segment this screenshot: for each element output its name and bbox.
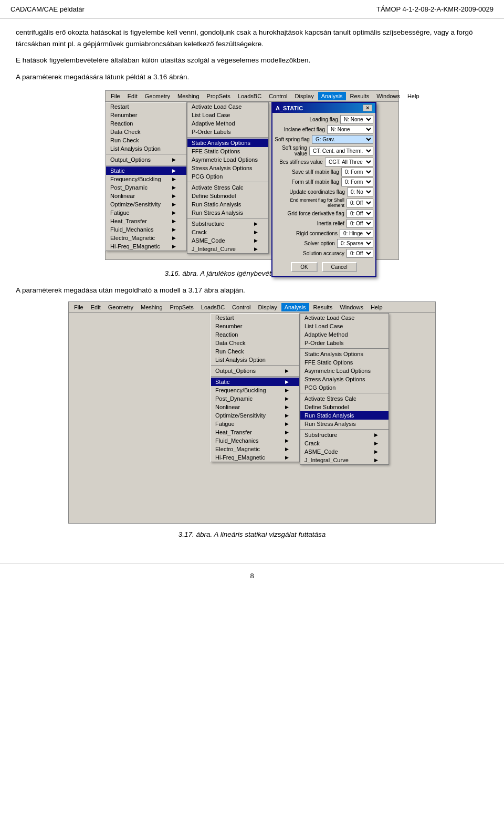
menu-pcg-option[interactable]: PCG Option	[187, 172, 268, 181]
select-bcs-stiffness[interactable]: CGT: All Three	[325, 158, 373, 166]
menu2-asymmetric-load-options[interactable]: Asymmetric Load Options	[300, 367, 388, 375]
menu2-ffe-static-options[interactable]: FFE Static Options	[300, 358, 388, 367]
menu-file[interactable]: File	[108, 92, 123, 100]
menu-adaptive-method[interactable]: Adaptive Method	[187, 119, 268, 128]
menu2-analysis[interactable]: Analysis	[281, 303, 309, 311]
menu-crack[interactable]: Crack▶	[187, 228, 268, 236]
menu2-freq-buckling[interactable]: Frequency/Buckling▶	[211, 386, 299, 394]
menu-data-check[interactable]: Data Check	[106, 128, 186, 136]
menu-asymmetric-load-options[interactable]: Asymmetric Load Options	[187, 155, 268, 164]
menu-run-static-analysis[interactable]: Run Static Analysis	[187, 200, 268, 208]
menu-help[interactable]: Help	[404, 92, 423, 100]
menu-run-stress-analysis[interactable]: Run Stress Analysis	[187, 208, 268, 217]
menu-p-order-labels[interactable]: P-Order Labels	[187, 128, 268, 136]
menu-freq-buckling[interactable]: Frequency/Buckling▶	[106, 175, 186, 183]
menu2-stress-analysis-options[interactable]: Stress Analysis Options	[300, 375, 388, 383]
menu2-meshing[interactable]: Meshing	[138, 303, 166, 311]
menu-display[interactable]: Display	[292, 92, 317, 100]
select-inertia-relief[interactable]: 0: Off	[346, 219, 373, 228]
select-save-stiff[interactable]: 0: Form	[341, 168, 373, 176]
menu-define-submodel[interactable]: Define Submodel	[187, 192, 268, 200]
menu-analysis[interactable]: Analysis	[318, 92, 346, 100]
select-soft-spring-flag[interactable]: G: Grav.T: ThermalCG: Cent. and Grav.	[312, 135, 373, 144]
menu-windows[interactable]: Windows	[373, 92, 403, 100]
select-update-coords[interactable]: 0: No	[347, 187, 373, 196]
menu2-fatigue[interactable]: Fatigue▶	[211, 420, 299, 428]
menu-loadsbc[interactable]: LoadsBC	[235, 92, 265, 100]
menu2-nonlinear[interactable]: Nonlinear▶	[211, 403, 299, 411]
menu2-results[interactable]: Results	[310, 303, 336, 311]
select-solver-option[interactable]: 0: Sparse	[337, 239, 373, 248]
menu2-adaptive-method[interactable]: Adaptive Method	[300, 330, 388, 339]
menu-edit[interactable]: Edit	[124, 92, 141, 100]
menu2-substructure[interactable]: Substructure▶	[300, 431, 388, 439]
select-grid-force[interactable]: 0: Off	[346, 209, 373, 218]
menu-heat-transfer[interactable]: Heat_Transfer▶	[106, 217, 186, 225]
menu-list-analysis[interactable]: List Analysis Option	[106, 144, 186, 153]
menu-activate-stress-calc[interactable]: Activate Stress Calc	[187, 183, 268, 192]
menu2-edit[interactable]: Edit	[88, 303, 104, 311]
menu-fatigue[interactable]: Fatigue▶	[106, 208, 186, 217]
select-solution-accuracy[interactable]: 0: Off	[346, 249, 373, 258]
menu2-list-load-case[interactable]: List Load Case	[300, 322, 388, 330]
menu2-data-check[interactable]: Data Check	[211, 339, 299, 347]
menu2-hifreq[interactable]: Hi-Freq_EMagnetic▶	[211, 453, 299, 462]
cancel-button[interactable]: Cancel	[322, 262, 357, 272]
menu2-j-integral[interactable]: J_Integral_Curve▶	[300, 456, 388, 464]
menu2-p-order-labels[interactable]: P-Order Labels	[300, 339, 388, 347]
menu-meshing[interactable]: Meshing	[174, 92, 203, 100]
menu2-restart[interactable]: Restart	[211, 314, 299, 322]
select-form-stiff[interactable]: 0: Form	[341, 178, 373, 186]
menu-asme-code[interactable]: ASME_Code▶	[187, 236, 268, 245]
menu-j-integral[interactable]: J_Integral_Curve▶	[187, 245, 268, 253]
menu2-static-analysis-options[interactable]: Static Analysis Options	[300, 350, 388, 358]
menu-propsets[interactable]: PropSets	[204, 92, 234, 100]
menu-ffe-static-options[interactable]: FFE Static Options	[187, 147, 268, 155]
menu-list-load-case[interactable]: List Load Case	[187, 111, 268, 119]
menu-stress-analysis-options[interactable]: Stress Analysis Options	[187, 164, 268, 172]
menu2-activate-stress-calc[interactable]: Activate Stress Calc	[300, 394, 388, 403]
menu-reaction[interactable]: Reaction	[106, 119, 186, 128]
menu2-fluid-mechanics[interactable]: Fluid_Mechanics▶	[211, 436, 299, 445]
menu2-activate-load-case[interactable]: Activate Load Case	[300, 314, 388, 322]
menu2-reaction[interactable]: Reaction	[211, 330, 299, 339]
menu-electro[interactable]: Electro_Magnetic▶	[106, 234, 186, 242]
ok-button[interactable]: OK	[291, 262, 317, 272]
menu-fluid-mechanics[interactable]: Fluid_Mechanics▶	[106, 225, 186, 234]
dialog-close-button[interactable]: ✕	[363, 105, 372, 111]
menu2-static[interactable]: Static▶	[211, 378, 299, 386]
menu-static-analysis-options[interactable]: Static Analysis Options	[187, 139, 268, 147]
menu-hifreq[interactable]: Hi-Freq_EMagnetic▶	[106, 242, 186, 251]
menu2-renumber[interactable]: Renumber	[211, 322, 299, 330]
menu-run-check[interactable]: Run Check	[106, 136, 186, 144]
menu2-electro[interactable]: Electro_Magnetic▶	[211, 445, 299, 453]
menu-substructure[interactable]: Substructure▶	[187, 220, 268, 228]
menu2-output-options[interactable]: Output_Options▶	[211, 367, 299, 375]
menu2-asme-code[interactable]: ASME_Code▶	[300, 447, 388, 456]
menu2-windows[interactable]: Windows	[337, 303, 366, 311]
menu-restart[interactable]: Restart	[106, 102, 186, 111]
menu2-pcg-option[interactable]: PCG Option	[300, 383, 388, 392]
select-loading-flag[interactable]: N: None	[340, 115, 373, 124]
menu2-heat-transfer[interactable]: Heat_Transfer▶	[211, 428, 299, 436]
menu2-optimize[interactable]: Optimize/Sensitivity▶	[211, 411, 299, 420]
menu-activate-load-case[interactable]: Activate Load Case	[187, 102, 268, 111]
menu2-help[interactable]: Help	[368, 303, 386, 311]
menu2-crack[interactable]: Crack▶	[300, 439, 388, 447]
menu2-file[interactable]: File	[71, 303, 87, 311]
menu-static[interactable]: Static▶	[106, 166, 186, 175]
menu2-run-check[interactable]: Run Check	[211, 347, 299, 356]
menu2-run-static-analysis[interactable]: Run Static Analysis	[300, 411, 388, 420]
menu2-propsets[interactable]: PropSets	[167, 303, 197, 311]
menu2-define-submodel[interactable]: Define Submodel	[300, 403, 388, 411]
select-end-moment[interactable]: 0: Off	[346, 199, 373, 207]
menu2-geometry[interactable]: Geometry	[105, 303, 136, 311]
menu-renumber[interactable]: Renumber	[106, 111, 186, 119]
menu2-run-stress-analysis[interactable]: Run Stress Analysis	[300, 420, 388, 428]
menu2-display[interactable]: Display	[255, 303, 280, 311]
menu2-list-analysis[interactable]: List Analysis Option	[211, 356, 299, 364]
menu-control[interactable]: Control	[266, 92, 290, 100]
menu-geometry[interactable]: Geometry	[142, 92, 173, 100]
menu2-control[interactable]: Control	[229, 303, 254, 311]
menu-nonlinear[interactable]: Nonlinear▶	[106, 192, 186, 200]
